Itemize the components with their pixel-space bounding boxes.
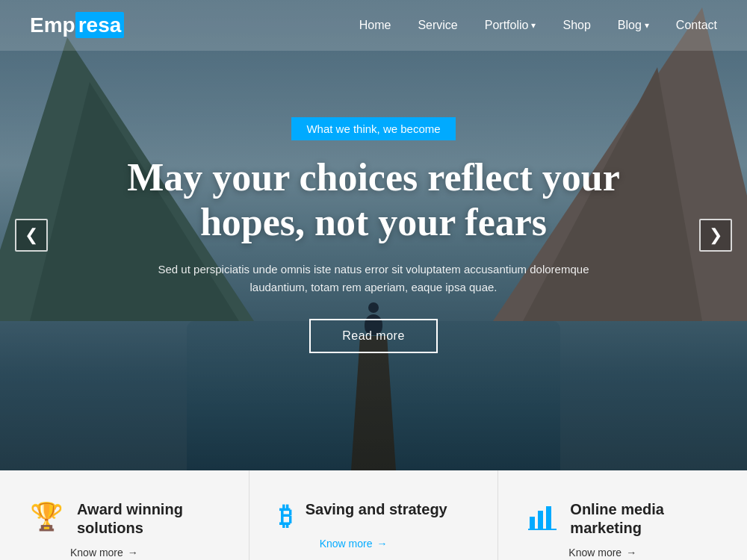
chevron-left-icon: ❮	[25, 225, 38, 245]
nav-link-home[interactable]: Home	[359, 19, 391, 31]
feature-award-link-label: Know more	[70, 547, 123, 559]
feature-saving-top: ₿ Saving and strategy	[279, 500, 476, 529]
nav-link-portfolio[interactable]: Portfolio	[485, 19, 536, 32]
carousel-next-button[interactable]: ❯	[699, 219, 732, 252]
nav-link-shop[interactable]: Shop	[562, 19, 590, 31]
nav-links: Home Service Portfolio Shop Blog Contact	[359, 19, 717, 32]
bar-chart-icon	[528, 503, 557, 535]
logo: Empresa	[30, 13, 124, 37]
feature-marketing-link[interactable]: Know more →	[568, 547, 725, 559]
svg-rect-1	[538, 511, 543, 529]
nav-link-contact[interactable]: Contact	[676, 19, 717, 31]
hero-content: What we think, we become May your choice…	[0, 0, 747, 470]
feature-award: 🏆 Award winning solutions Know more →	[0, 470, 249, 560]
feature-marketing-top: Online media marketing	[528, 500, 725, 538]
feature-marketing: Online media marketing Know more →	[498, 470, 747, 560]
hero-title: May your choices reflect your hopes, not…	[90, 155, 657, 245]
feature-saving: ₿ Saving and strategy Know more →	[249, 470, 499, 560]
feature-award-link[interactable]: Know more →	[70, 547, 226, 559]
hero-description: Sed ut perspiciatis unde omnis iste natu…	[134, 261, 613, 296]
nav-item-service[interactable]: Service	[418, 19, 457, 32]
hero-cta-button[interactable]: Read more	[309, 319, 438, 353]
feature-saving-link-label: Know more	[320, 538, 373, 550]
nav-link-service[interactable]: Service	[418, 19, 457, 31]
features-section: 🏆 Award winning solutions Know more → ₿ …	[0, 470, 747, 560]
trophy-icon: 🏆	[30, 503, 63, 530]
feature-award-top: 🏆 Award winning solutions	[30, 500, 226, 538]
hero-badge: What we think, we become	[291, 117, 455, 140]
nav-item-portfolio[interactable]: Portfolio	[485, 19, 536, 32]
chevron-right-icon: ❯	[709, 225, 722, 245]
nav-link-blog[interactable]: Blog	[618, 19, 649, 32]
nav-item-shop[interactable]: Shop	[562, 19, 590, 32]
logo-highlight: resa	[75, 12, 125, 38]
carousel-prev-button[interactable]: ❮	[15, 219, 48, 252]
svg-rect-2	[546, 506, 551, 529]
feature-saving-link[interactable]: Know more →	[320, 538, 476, 550]
nav-item-contact[interactable]: Contact	[676, 19, 717, 32]
feature-marketing-title: Online media marketing	[570, 500, 725, 538]
svg-rect-0	[530, 517, 535, 529]
feature-saving-title: Saving and strategy	[306, 500, 447, 519]
bitcoin-icon: ₿	[279, 503, 292, 529]
arrow-right-icon: →	[626, 547, 636, 559]
nav-item-home[interactable]: Home	[359, 19, 391, 32]
feature-marketing-link-label: Know more	[568, 547, 622, 559]
arrow-right-icon: →	[128, 547, 138, 559]
hero-section: Empresa Home Service Portfolio Shop Blog…	[0, 0, 747, 470]
navbar: Empresa Home Service Portfolio Shop Blog…	[0, 0, 747, 51]
feature-award-title: Award winning solutions	[77, 500, 226, 538]
nav-item-blog[interactable]: Blog	[618, 19, 649, 32]
arrow-right-icon: →	[376, 538, 387, 550]
